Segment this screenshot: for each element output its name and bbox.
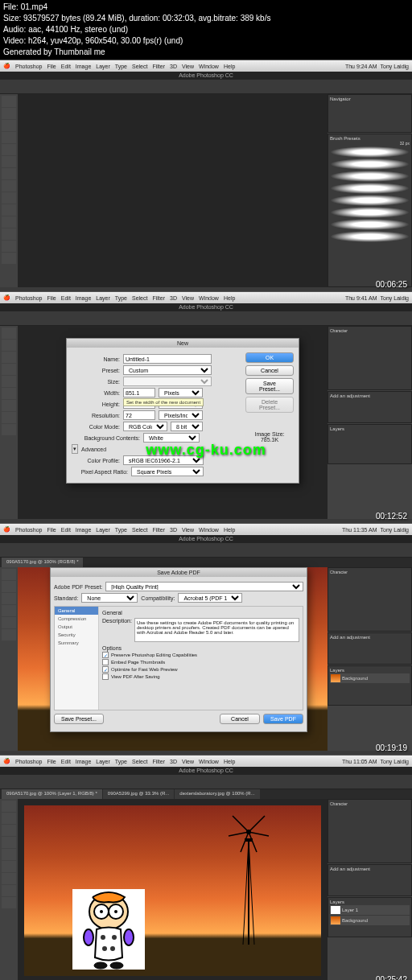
menu-type[interactable]: Type (115, 64, 127, 69)
crop-tool-icon[interactable] (2, 849, 16, 860)
user-name[interactable]: Tony Laidig (381, 295, 409, 301)
dodge-tool-icon[interactable] (2, 253, 16, 264)
menu-file[interactable]: File (47, 295, 56, 301)
menu-layer[interactable]: Layer (96, 64, 110, 69)
menu-layer[interactable]: Layer (96, 759, 110, 764)
save-preset-button[interactable]: Save Preset... (245, 378, 294, 394)
marquee-tool-icon[interactable] (2, 581, 16, 592)
apple-icon[interactable]: 🍎 (3, 526, 10, 533)
move-tool-icon[interactable] (2, 569, 16, 580)
menu-edit[interactable]: Edit (61, 527, 71, 533)
size-select[interactable] (123, 377, 212, 386)
menu-window[interactable]: Window (199, 527, 219, 533)
document-tab[interactable]: 090A5170.jpg @ 100% (RGB/8) * (2, 558, 83, 567)
layers-tab[interactable]: Layers (330, 900, 410, 904)
menu-help[interactable]: Help (224, 64, 235, 69)
canvas-area[interactable] (18, 799, 328, 980)
save-pdf-button[interactable]: Save PDF (263, 714, 303, 724)
menu-type[interactable]: Type (115, 527, 127, 533)
stamp-tool-icon[interactable] (2, 400, 16, 411)
colordepth-select[interactable]: 8 bit (171, 422, 203, 431)
menu-select[interactable]: Select (132, 759, 147, 764)
wand-tool-icon[interactable] (2, 132, 16, 143)
preset-select[interactable]: Custom (123, 365, 212, 375)
pixelaspect-select[interactable]: Square Pixels (131, 467, 204, 476)
advanced-label[interactable]: Advanced (81, 447, 106, 452)
move-tool-icon[interactable] (2, 327, 16, 339)
menu-layer[interactable]: Layer (96, 295, 110, 301)
brush-tool-icon[interactable] (2, 617, 16, 628)
menu-layer[interactable]: Layer (96, 527, 110, 533)
width-input[interactable] (123, 388, 155, 397)
eraser-tool-icon[interactable] (2, 216, 16, 228)
menu-type[interactable]: Type (115, 295, 127, 301)
menu-window[interactable]: Window (199, 759, 219, 764)
brush-stroke-preview[interactable] (330, 159, 410, 170)
shape-tool-icon[interactable] (2, 897, 16, 908)
character-panel[interactable]: Character (328, 326, 412, 390)
eraser-tool-icon[interactable] (2, 873, 16, 884)
layers-tab[interactable]: Layers (330, 426, 410, 431)
cartoon-character-image[interactable] (72, 889, 145, 970)
crop-tool-icon[interactable] (2, 144, 16, 155)
menu-view[interactable]: View (182, 295, 194, 301)
crop-tool-icon[interactable] (2, 605, 16, 616)
user-name[interactable]: Tony Laidig (381, 527, 409, 533)
brush-stroke-preview[interactable] (330, 207, 410, 218)
checkbox-optimize[interactable]: ✓ (102, 666, 109, 673)
menu-3d[interactable]: 3D (170, 64, 177, 69)
heal-tool-icon[interactable] (2, 168, 16, 179)
text-tool-icon[interactable] (2, 885, 16, 896)
menu-edit[interactable]: Edit (61, 759, 71, 764)
apple-icon[interactable]: 🍎 (3, 758, 10, 764)
brush-tool-icon[interactable] (2, 861, 16, 872)
name-input[interactable] (123, 354, 212, 364)
menu-filter[interactable]: Filter (152, 759, 165, 764)
menu-file[interactable]: File (47, 64, 56, 69)
menu-type[interactable]: Type (115, 759, 127, 764)
menu-window[interactable]: Window (199, 64, 219, 69)
brush-stroke-preview[interactable] (330, 219, 410, 230)
section-compression[interactable]: Compression (55, 615, 98, 623)
cancel-button[interactable]: Cancel (245, 365, 294, 376)
ok-button[interactable]: OK (245, 352, 294, 363)
section-general[interactable]: General (55, 607, 98, 615)
menu-help[interactable]: Help (224, 759, 235, 764)
lasso-tool-icon[interactable] (2, 352, 16, 363)
section-summary[interactable]: Summary (55, 639, 98, 647)
standard-select[interactable]: None (81, 593, 138, 603)
wand-tool-icon[interactable] (2, 364, 16, 375)
lasso-tool-icon[interactable] (2, 120, 16, 131)
menu-image[interactable]: Image (76, 527, 91, 533)
layer-background[interactable]: Background (330, 673, 410, 683)
history-brush-icon[interactable] (2, 204, 16, 216)
brush-stroke-preview[interactable] (330, 195, 410, 206)
marquee-tool-icon[interactable] (2, 813, 16, 824)
menu-filter[interactable]: Filter (152, 295, 165, 301)
bg-select[interactable]: White (143, 433, 200, 443)
marquee-tool-icon[interactable] (2, 340, 16, 351)
stamp-tool-icon[interactable] (2, 192, 16, 204)
menu-file[interactable]: File (47, 759, 56, 764)
character-panel[interactable]: Character (328, 799, 412, 863)
character-tab[interactable]: Character (330, 801, 410, 806)
document-tab[interactable]: 090A5299.jpg @ 33.3% (R... (103, 789, 174, 799)
menu-select[interactable]: Select (132, 295, 147, 301)
menu-window[interactable]: Window (199, 295, 219, 301)
menu-app[interactable]: Photoshop (15, 759, 42, 764)
gradient-tool-icon[interactable] (2, 229, 16, 240)
menu-filter[interactable]: Filter (152, 64, 165, 69)
text-tool-icon[interactable] (2, 424, 16, 435)
section-security[interactable]: Security (55, 631, 98, 639)
menu-app[interactable]: Photoshop (15, 64, 42, 69)
menu-3d[interactable]: 3D (170, 295, 177, 301)
marquee-tool-icon[interactable] (2, 108, 16, 119)
apple-icon[interactable]: 🍎 (3, 294, 10, 301)
cancel-button[interactable]: Cancel (220, 714, 260, 724)
document-tab[interactable]: 090A5170.jpg @ 100% (Layer 1, RGB/8) * (2, 789, 102, 799)
layers-panel[interactable]: Layers Layer 1 Background (328, 897, 412, 937)
checkbox-thumbnails[interactable] (102, 659, 109, 665)
colorprofile-select[interactable]: sRGB IEC61966-2.1 (123, 455, 204, 465)
menu-filter[interactable]: Filter (152, 527, 165, 533)
lasso-tool-icon[interactable] (2, 593, 16, 604)
